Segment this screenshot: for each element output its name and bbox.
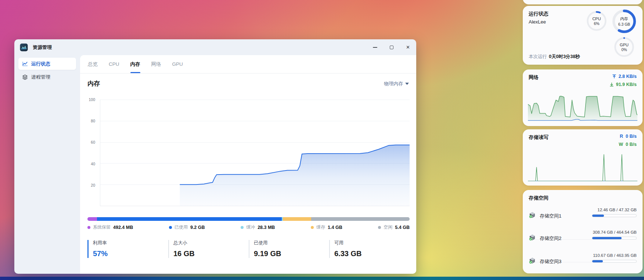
storage-volume-row[interactable]: 存储空间2 308.74 GB / 464.54 GB (529, 226, 637, 248)
legend-dot (241, 226, 244, 229)
sidebar: 运行状态 进程管理 (14, 55, 80, 274)
stat-total: 总大小 16 GB (168, 240, 249, 258)
stat-utilization: 利用率 57% (87, 240, 168, 258)
memory-type-label: 物理内存 (384, 80, 403, 87)
upload-icon (612, 74, 616, 79)
username: AlexLee (529, 19, 546, 25)
legend-dot (311, 226, 314, 229)
volume-progressbar (592, 214, 637, 217)
minimize-icon (373, 47, 377, 48)
legend-dot (169, 226, 172, 229)
memory-plot-area (100, 100, 410, 206)
page-title: 内存 (87, 79, 100, 88)
bar-segment-cache (283, 217, 311, 221)
write-rate: W0 B/s (619, 142, 637, 147)
download-rate: 91.9 KB/s (609, 82, 637, 87)
line-chart-icon (22, 61, 28, 67)
widget-title: 运行状态 (529, 11, 548, 17)
legend-item: 缓存 1.4 GB (311, 224, 342, 230)
memory-chart: 100 80 60 40 20 (87, 96, 410, 206)
legend-item: 系统保留 492.4 MB (87, 224, 133, 230)
close-button[interactable]: ✕ (400, 39, 416, 55)
gpu-usage-ring: GPU 0% (614, 37, 634, 57)
chevron-down-icon (405, 83, 409, 85)
widget-disk-io: 存储读写 R0 B/s W0 B/s (523, 129, 643, 186)
memory-legend: 系统保留 492.4 MB 已使用 9.2 GB 缓冲 28.3 MB 缓存 1… (87, 224, 410, 230)
sidebar-item-running-status[interactable]: 运行状态 (18, 58, 76, 70)
widget-network: 网络 2.8 KB/s 91.9 KB/s (523, 69, 643, 126)
maximize-button[interactable] (383, 39, 400, 55)
legend-item: 已使用 9.2 GB (169, 224, 205, 230)
disk-io-chart (528, 152, 637, 181)
volume-progressbar (592, 237, 637, 240)
volume-name: 存储空间2 (540, 235, 561, 242)
legend-item: 缓冲 28.3 MB (241, 224, 275, 230)
memory-stats: 利用率 57% 总大小 16 GB 已使用 9.19 GB 可用 6.33 GB (87, 240, 410, 258)
volume-usage: 308.74 GB / 464.54 GB (585, 230, 637, 234)
volume-usage: 12.46 GB / 47.32 GB (585, 208, 637, 212)
legend-item: 空闲 5.4 GB (378, 224, 410, 230)
minimize-button[interactable] (367, 39, 383, 55)
uptime: 本次运行0天0时3分38秒 (529, 54, 580, 60)
bar-segment-reserved (87, 217, 97, 221)
disk-cube-icon (529, 257, 536, 264)
stat-used: 已使用 9.19 GB (249, 240, 329, 258)
memory-usage-ring: 内存 6.3 GB (612, 9, 636, 33)
widget-running-status: 运行状态 AlexLee CPU 6% 内存 6.3 GB (523, 6, 643, 65)
tab-gpu[interactable]: GPU (172, 55, 183, 73)
widget-card-partial (523, 0, 643, 4)
sidebar-item-label: 运行状态 (31, 61, 50, 67)
network-chart (528, 93, 637, 121)
tab-memory[interactable]: 内存 (130, 55, 140, 73)
download-icon (609, 82, 614, 87)
bar-segment-used (97, 217, 282, 221)
content-panel: 总览 CPU 内存 网络 GPU 内存 物理内存 100 80 60 40 (80, 55, 416, 274)
maximize-icon (390, 46, 393, 49)
close-icon: ✕ (406, 45, 410, 50)
widget-title: 网络 (529, 74, 539, 81)
widget-title: 存储空间 (529, 195, 548, 201)
volume-name: 存储空间1 (540, 213, 561, 219)
widget-panel: 运行状态 AlexLee CPU 6% 内存 6.3 GB (523, 0, 643, 280)
tab-network[interactable]: 网络 (151, 55, 161, 73)
legend-dot (87, 226, 90, 229)
window-title: 资源管理 (33, 44, 52, 51)
sidebar-item-process-manager[interactable]: 进程管理 (18, 71, 76, 83)
storage-volume-row[interactable]: 存储空间1 12.46 GB / 47.32 GB (529, 204, 637, 226)
disk-cube-icon (529, 234, 536, 241)
memory-type-dropdown[interactable]: 物理内存 (384, 80, 409, 87)
disk-cube-icon (529, 211, 536, 219)
sidebar-item-label: 进程管理 (31, 74, 50, 80)
storage-volume-row[interactable]: 存储空间3 110.67 GB / 463.95 GB (529, 250, 637, 272)
cpu-usage-ring: CPU 6% (586, 11, 607, 31)
widget-title: 存储读写 (529, 134, 548, 141)
resource-manager-window: 资源管理 ✕ 运行状态 进程管理 (14, 39, 416, 274)
y-axis-labels: 100 80 60 40 20 (87, 96, 98, 206)
upload-rate: 2.8 KB/s (612, 74, 637, 79)
memory-composition-bar (87, 217, 410, 221)
app-icon (20, 43, 28, 51)
bar-segment-free (311, 217, 409, 221)
volume-progressbar (592, 260, 637, 263)
tab-cpu[interactable]: CPU (109, 55, 119, 73)
tab-bar: 总览 CPU 内存 网络 GPU (80, 55, 416, 73)
volume-usage: 110.67 GB / 463.95 GB (585, 253, 637, 258)
titlebar[interactable]: 资源管理 ✕ (14, 39, 416, 55)
layers-icon (22, 74, 28, 80)
volume-name: 存储空间3 (540, 258, 561, 265)
tab-overview[interactable]: 总览 (88, 55, 98, 73)
legend-dot (378, 226, 381, 229)
widget-storage: 存储空间 存储空间1 12.46 GB / 47.32 GB (523, 190, 643, 273)
read-rate: R0 B/s (620, 134, 637, 139)
stat-available: 可用 6.33 GB (329, 240, 410, 258)
